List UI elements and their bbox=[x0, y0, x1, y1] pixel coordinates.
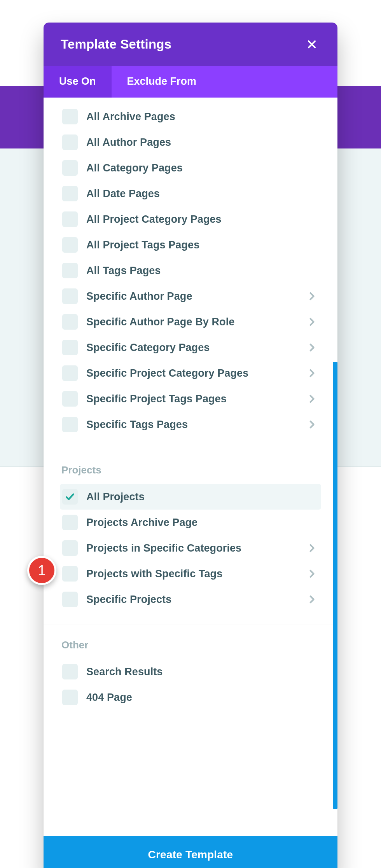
checkbox[interactable] bbox=[62, 211, 78, 227]
template-settings-modal: Template Settings Use On Exclude From Al… bbox=[44, 23, 337, 868]
create-template-button[interactable]: Create Template bbox=[44, 836, 337, 868]
item-label: All Archive Pages bbox=[86, 111, 317, 123]
archive-item[interactable]: All Tags Pages bbox=[60, 258, 321, 283]
item-label: All Category Pages bbox=[86, 162, 317, 174]
item-label: Projects Archive Page bbox=[86, 517, 317, 529]
projects-item[interactable]: Specific Projects bbox=[60, 587, 321, 612]
checkbox[interactable] bbox=[62, 417, 78, 432]
archive-item[interactable]: All Date Pages bbox=[60, 181, 321, 206]
item-label: Specific Author Page bbox=[86, 290, 298, 302]
archive-item[interactable]: Specific Author Page By Role bbox=[60, 309, 321, 335]
section-projects: Projects All ProjectsProjects Archive Pa… bbox=[44, 450, 337, 622]
checkbox[interactable] bbox=[62, 566, 78, 582]
checkbox[interactable] bbox=[62, 314, 78, 330]
modal-header: Template Settings bbox=[44, 23, 337, 66]
section-title-projects: Projects bbox=[61, 464, 321, 476]
checkbox[interactable] bbox=[62, 186, 78, 201]
archive-item[interactable]: Specific Project Tags Pages bbox=[60, 386, 321, 412]
checkbox[interactable] bbox=[62, 690, 78, 705]
item-label: Specific Projects bbox=[86, 594, 298, 606]
item-label: All Author Pages bbox=[86, 136, 317, 148]
checkbox[interactable] bbox=[62, 592, 78, 607]
chevron-right-icon bbox=[306, 291, 317, 302]
checkbox[interactable] bbox=[62, 134, 78, 150]
archive-item[interactable]: All Category Pages bbox=[60, 155, 321, 181]
item-label: Specific Author Page By Role bbox=[86, 316, 298, 328]
item-label: All Project Category Pages bbox=[86, 213, 317, 225]
close-icon bbox=[306, 39, 317, 50]
close-button[interactable] bbox=[303, 36, 320, 53]
checkbox[interactable] bbox=[62, 664, 78, 679]
other-item[interactable]: Search Results bbox=[60, 659, 321, 685]
archive-item[interactable]: Specific Author Page bbox=[60, 283, 321, 309]
item-label: Specific Category Pages bbox=[86, 342, 298, 354]
item-label: All Project Tags Pages bbox=[86, 239, 317, 251]
checkbox[interactable] bbox=[62, 340, 78, 355]
checkbox[interactable] bbox=[62, 515, 78, 530]
item-label: Specific Project Tags Pages bbox=[86, 393, 298, 405]
chevron-right-icon bbox=[306, 568, 317, 579]
item-label: All Date Pages bbox=[86, 188, 317, 200]
checkbox[interactable] bbox=[62, 237, 78, 253]
archive-item[interactable]: Specific Tags Pages bbox=[60, 412, 321, 437]
settings-scroll-area[interactable]: All Archive PagesAll Author PagesAll Cat… bbox=[44, 98, 337, 836]
checkbox[interactable] bbox=[62, 160, 78, 176]
item-label: All Projects bbox=[86, 491, 317, 503]
item-label: 404 Page bbox=[86, 692, 317, 704]
archive-item[interactable]: All Archive Pages bbox=[60, 104, 321, 129]
item-label: All Tags Pages bbox=[86, 265, 317, 277]
chevron-right-icon bbox=[306, 316, 317, 327]
checkbox[interactable] bbox=[62, 263, 78, 278]
scrollbar[interactable] bbox=[333, 98, 337, 836]
checkbox[interactable] bbox=[62, 288, 78, 304]
item-label: Projects in Specific Categories bbox=[86, 542, 298, 554]
projects-item[interactable]: All Projects bbox=[60, 484, 321, 510]
projects-item[interactable]: Projects with Specific Tags bbox=[60, 561, 321, 587]
item-label: Specific Tags Pages bbox=[86, 419, 298, 431]
archive-item[interactable]: All Author Pages bbox=[60, 129, 321, 155]
checkbox[interactable] bbox=[62, 391, 78, 407]
scrollbar-thumb[interactable] bbox=[333, 362, 337, 809]
archive-item[interactable]: All Project Category Pages bbox=[60, 206, 321, 232]
item-label: Search Results bbox=[86, 666, 317, 678]
tab-exclude-from[interactable]: Exclude From bbox=[112, 66, 212, 98]
check-icon bbox=[65, 492, 75, 502]
archive-item[interactable]: All Project Tags Pages bbox=[60, 232, 321, 258]
chevron-right-icon bbox=[306, 543, 317, 554]
section-title-other: Other bbox=[61, 639, 321, 651]
chevron-right-icon bbox=[306, 419, 317, 430]
projects-item[interactable]: Projects in Specific Categories bbox=[60, 535, 321, 561]
item-label: Projects with Specific Tags bbox=[86, 568, 298, 580]
checkbox[interactable] bbox=[62, 109, 78, 124]
projects-item[interactable]: Projects Archive Page bbox=[60, 510, 321, 535]
tab-use-on[interactable]: Use On bbox=[44, 66, 112, 98]
annotation-badge-1: 1 bbox=[27, 556, 56, 585]
chevron-right-icon bbox=[306, 393, 317, 404]
chevron-right-icon bbox=[306, 368, 317, 379]
modal-tabs: Use On Exclude From bbox=[44, 66, 337, 98]
chevron-right-icon bbox=[306, 594, 317, 605]
other-item[interactable]: 404 Page bbox=[60, 685, 321, 710]
section-other: Other Search Results404 Page bbox=[44, 625, 337, 720]
checkbox[interactable] bbox=[62, 365, 78, 381]
checkbox[interactable] bbox=[62, 540, 78, 556]
archive-item[interactable]: Specific Project Category Pages bbox=[60, 360, 321, 386]
modal-title: Template Settings bbox=[61, 37, 171, 52]
archive-item[interactable]: Specific Category Pages bbox=[60, 335, 321, 360]
section-archive: All Archive PagesAll Author PagesAll Cat… bbox=[44, 98, 337, 447]
checkbox[interactable] bbox=[62, 489, 78, 505]
item-label: Specific Project Category Pages bbox=[86, 367, 298, 379]
chevron-right-icon bbox=[306, 342, 317, 353]
